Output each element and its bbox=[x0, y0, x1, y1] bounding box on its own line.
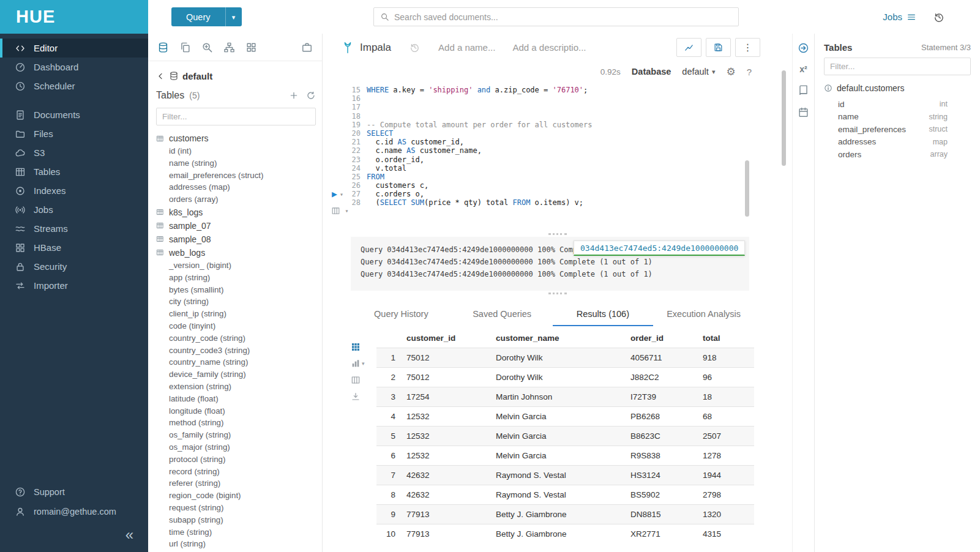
result-row-3[interactable]: 317254Martin JohnsonI72T3918 bbox=[376, 387, 754, 407]
nav-item-editor[interactable]: Editor bbox=[0, 39, 148, 58]
statement-indicator[interactable]: Statement 3/3 bbox=[921, 43, 971, 52]
code-line-21[interactable]: 21 c.id AS customer_id, bbox=[346, 138, 792, 146]
code-line-18[interactable]: 18 bbox=[346, 112, 792, 121]
query-name-input[interactable]: Add a name... bbox=[438, 42, 495, 53]
code-line-25[interactable]: 25FROM bbox=[346, 173, 792, 181]
tab-results-106[interactable]: Results (106) bbox=[553, 304, 654, 326]
execute-play-icon[interactable]: ▶ bbox=[332, 190, 337, 199]
code-line-16[interactable]: 16 bbox=[346, 94, 792, 103]
superscript-icon[interactable]: x² bbox=[799, 64, 807, 74]
db-column[interactable]: email_preferences (struct) bbox=[156, 170, 316, 182]
tab-query-history[interactable]: Query History bbox=[351, 304, 452, 326]
save-button[interactable] bbox=[706, 38, 731, 57]
copy-icon[interactable] bbox=[179, 42, 191, 53]
db-column[interactable]: os_major (string) bbox=[156, 441, 316, 453]
nav-item-tables[interactable]: Tables bbox=[0, 162, 148, 181]
db-table-web_logs[interactable]: web_logs bbox=[156, 246, 316, 259]
db-column[interactable]: _version_ (bigint) bbox=[156, 259, 316, 272]
more-actions-button[interactable]: ⋮ bbox=[735, 38, 760, 57]
add-table-icon[interactable] bbox=[289, 91, 299, 100]
assist-arrow-icon[interactable] bbox=[798, 42, 809, 54]
col-header-customer_name[interactable]: customer_name bbox=[490, 329, 625, 348]
assist-filter-input[interactable] bbox=[824, 58, 971, 75]
help-icon[interactable]: ? bbox=[747, 67, 752, 77]
db-column[interactable]: id (int) bbox=[156, 145, 316, 157]
db-column[interactable]: addresses (map) bbox=[156, 181, 316, 193]
result-row-4[interactable]: 412532Melvin GarciaPB626868 bbox=[376, 407, 754, 427]
history-icon[interactable] bbox=[933, 12, 944, 23]
nav-item-indexes[interactable]: Indexes bbox=[0, 181, 148, 200]
tables-filter-input[interactable] bbox=[156, 108, 316, 125]
code-line-15[interactable]: 15WHERE a.key = 'shipping' and a.zip_cod… bbox=[346, 86, 792, 94]
nav-item-jobs[interactable]: Jobs bbox=[0, 200, 148, 219]
db-column[interactable]: referer (string) bbox=[156, 477, 316, 490]
code-line-28[interactable]: 28 (SELECT SUM(price * qty) total FROM o… bbox=[346, 198, 792, 207]
assist-column-email_preferences[interactable]: email_preferencesstruct bbox=[838, 123, 948, 136]
db-column[interactable]: app (string) bbox=[156, 272, 316, 284]
nav-item-security[interactable]: Security bbox=[0, 257, 148, 276]
columns-icon[interactable] bbox=[351, 375, 361, 385]
col-header-total[interactable]: total bbox=[697, 329, 754, 348]
editor-resize-handle[interactable] bbox=[323, 231, 792, 237]
collapse-sidebar-button[interactable]: « bbox=[125, 528, 133, 542]
code-line-20[interactable]: 20SELECT bbox=[346, 129, 792, 138]
db-table-sample_08[interactable]: sample_08 bbox=[156, 233, 316, 246]
db-column[interactable]: country_name (string) bbox=[156, 356, 316, 368]
nav-item-user[interactable]: romain@gethue.com bbox=[0, 502, 148, 521]
db-column[interactable]: orders (array) bbox=[156, 193, 316, 206]
query-history-icon[interactable] bbox=[410, 42, 420, 53]
execute-caret-icon[interactable]: ▾ bbox=[340, 191, 343, 198]
editor-gutter-menu[interactable]: ▾ bbox=[331, 206, 351, 215]
db-column[interactable]: latitude (float) bbox=[156, 393, 316, 405]
assist-column-id[interactable]: idint bbox=[838, 98, 948, 111]
grid-apps-icon[interactable] bbox=[351, 342, 361, 352]
calendar-icon[interactable] bbox=[798, 106, 809, 118]
nav-item-importer[interactable]: Importer bbox=[0, 276, 148, 295]
back-chevron-icon[interactable] bbox=[156, 72, 165, 81]
nav-item-hbase[interactable]: HBase bbox=[0, 238, 148, 257]
code-editor[interactable]: 15WHERE a.key = 'shipping' and a.zip_cod… bbox=[323, 82, 792, 231]
log-resize-handle[interactable] bbox=[323, 291, 792, 296]
db-column[interactable]: city (string) bbox=[156, 296, 316, 308]
databases-icon[interactable] bbox=[157, 42, 169, 53]
col-header-customer_id[interactable]: customer_id bbox=[401, 329, 490, 348]
database-selector[interactable]: default ▾ bbox=[682, 67, 715, 76]
query-description-input[interactable]: Add a descriptio... bbox=[512, 42, 586, 53]
editor-scrollbar[interactable] bbox=[745, 160, 749, 217]
db-table-sample_07[interactable]: sample_07 bbox=[156, 219, 316, 233]
db-table-customers[interactable]: customers bbox=[156, 132, 316, 145]
db-column[interactable]: name (string) bbox=[156, 157, 316, 170]
search-plus-icon[interactable] bbox=[201, 42, 213, 53]
nav-item-support[interactable]: Support bbox=[0, 482, 148, 502]
code-line-27[interactable]: 27 c.orders o, bbox=[346, 190, 792, 198]
code-line-17[interactable]: 17 bbox=[346, 103, 792, 111]
db-column[interactable]: extension (string) bbox=[156, 381, 316, 393]
db-column[interactable]: country_code (string) bbox=[156, 332, 316, 345]
settings-gear-icon[interactable]: ⚙ bbox=[726, 67, 735, 77]
result-row-1[interactable]: 175012Dorothy Wilk4056711918 bbox=[376, 348, 754, 368]
db-column[interactable]: url (string) bbox=[156, 538, 316, 550]
assist-column-addresses[interactable]: addressesmap bbox=[838, 136, 948, 149]
hue-logo[interactable]: HUE bbox=[0, 0, 148, 34]
result-row-8[interactable]: 842632Raymond S. VestalBS59022798 bbox=[376, 485, 754, 505]
tab-execution-analysis[interactable]: Execution Analysis bbox=[653, 304, 754, 326]
refresh-tables-icon[interactable] bbox=[306, 91, 316, 100]
query-button[interactable]: Query bbox=[171, 7, 225, 26]
search-input[interactable] bbox=[394, 12, 732, 22]
nav-item-dashboard[interactable]: Dashboard bbox=[0, 58, 148, 76]
nav-item-scheduler[interactable]: Scheduler bbox=[0, 76, 148, 95]
result-row-2[interactable]: 275012Dorothy WilkJ882C296 bbox=[376, 368, 754, 387]
jobs-link[interactable]: Jobs bbox=[883, 12, 916, 22]
chart-bars-icon[interactable] bbox=[351, 359, 361, 368]
nav-item-streams[interactable]: Streams bbox=[0, 219, 148, 238]
result-row-7[interactable]: 742632Raymond S. VestalHS31241944 bbox=[376, 466, 754, 485]
code-line-23[interactable]: 23 o.order_id, bbox=[346, 155, 792, 164]
db-column[interactable]: code (tinyint) bbox=[156, 320, 316, 332]
db-column[interactable]: client_ip (string) bbox=[156, 308, 316, 320]
db-column[interactable]: time (string) bbox=[156, 526, 316, 539]
tab-saved-queries[interactable]: Saved Queries bbox=[452, 304, 553, 326]
blocks-icon[interactable] bbox=[245, 42, 257, 53]
assist-table-row[interactable]: default.customers bbox=[824, 83, 971, 93]
db-column[interactable]: longitude (float) bbox=[156, 405, 316, 417]
db-column[interactable]: bytes (smallint) bbox=[156, 284, 316, 296]
